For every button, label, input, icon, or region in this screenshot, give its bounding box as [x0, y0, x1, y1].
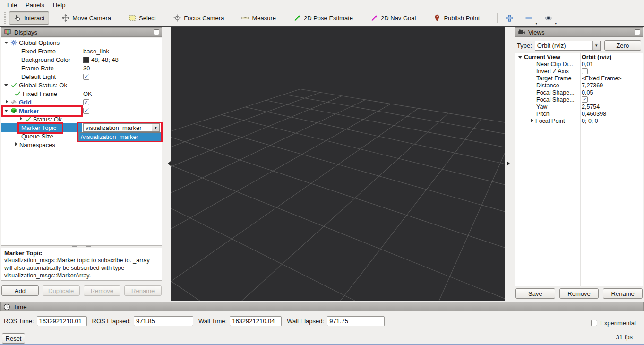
- combo-arrow-icon[interactable]: ▼: [152, 124, 159, 131]
- ros-time-label: ROS Time:: [4, 318, 34, 325]
- time-field-ros-elapsed: ROS Elapsed:: [92, 316, 193, 326]
- displays-panel-header[interactable]: Displays: [1, 27, 162, 37]
- displays-row-fixed-frame[interactable]: Fixed FrameOK: [1, 89, 162, 98]
- toolbar-separator: [497, 13, 498, 23]
- displays-value-cell: [82, 140, 162, 149]
- reset-button[interactable]: Reset: [2, 333, 25, 344]
- value-checkbox[interactable]: ✓: [83, 108, 89, 114]
- views-label-cell: Distance: [515, 82, 580, 89]
- experimental-option[interactable]: Experimental: [591, 319, 636, 327]
- save-button[interactable]: Save: [515, 288, 555, 299]
- views-row-near-clip-di[interactable]: Near Clip Di...0,01: [515, 60, 643, 68]
- ros-time-input[interactable]: [37, 316, 87, 326]
- views-row-invert-z-axis[interactable]: Invert Z Axis: [515, 68, 643, 75]
- value-checkbox[interactable]: ✓: [83, 99, 89, 105]
- expander-down-icon[interactable]: [517, 54, 524, 60]
- views-type-row: Type: Orbit (rviz) ▼ Zero: [515, 40, 643, 51]
- displays-property-name: Marker: [19, 107, 39, 114]
- views-panel-header[interactable]: Views: [515, 27, 643, 37]
- tool-measure[interactable]: Measure: [237, 11, 281, 25]
- displays-row-frame-rate[interactable]: Frame Rate30: [1, 64, 162, 72]
- tool-publish-point[interactable]: Publish Point: [429, 11, 484, 25]
- marker-topic-combo[interactable]: visualization_marker▼: [83, 123, 160, 132]
- menu-panels[interactable]: Panels: [21, 1, 49, 9]
- wall-time-label: Wall Time:: [198, 318, 227, 325]
- views-row-current-view[interactable]: Current ViewOrbit (rviz): [515, 53, 643, 60]
- menu-bar: FilePanelsHelp: [0, 0, 644, 9]
- collapse-right-arrow-icon[interactable]: [507, 161, 512, 166]
- tool-2d-pose-estimate[interactable]: 2D Pose Estimate: [289, 11, 358, 25]
- marker-topic-popup-item[interactable]: /visualization_marker: [79, 133, 161, 141]
- duplicate-button: Duplicate: [43, 285, 80, 296]
- expander-right-icon[interactable]: [17, 116, 24, 122]
- wall-elapsed-input[interactable]: [327, 316, 385, 326]
- select-box-icon: [129, 14, 136, 22]
- displays-float-button[interactable]: [154, 29, 159, 35]
- displays-property-value: 30: [83, 65, 90, 72]
- views-row-yaw[interactable]: Yaw2,5754: [515, 103, 643, 110]
- ros-elapsed-input[interactable]: [134, 316, 193, 326]
- displays-row-global-options[interactable]: Global Options: [1, 38, 162, 47]
- displays-row-default-light[interactable]: Default Light✓: [1, 72, 162, 81]
- value-checkbox[interactable]: ✓: [83, 74, 89, 80]
- collapse-left-arrow-icon[interactable]: [165, 161, 171, 166]
- wall-time-input[interactable]: [230, 316, 282, 326]
- tool-add-tool[interactable]: [502, 12, 517, 24]
- clock-icon: [3, 303, 10, 310]
- expander-down-icon[interactable]: [3, 107, 10, 114]
- views-label-cell: Focal Shape...: [515, 89, 580, 96]
- views-row-focal-shape[interactable]: Focal Shape...0,05: [515, 89, 643, 96]
- displays-row-fixed-frame[interactable]: Fixed Framebase_link: [1, 47, 162, 55]
- move-icon: [62, 14, 69, 22]
- views-row-focal-shape[interactable]: Focal Shape...✓: [515, 96, 643, 103]
- value-checkbox[interactable]: [582, 68, 588, 74]
- displays-row-status-ok[interactable]: Status: Ok: [1, 115, 162, 123]
- expander-right-icon[interactable]: [3, 99, 10, 105]
- experimental-checkbox[interactable]: [591, 320, 597, 326]
- tool-select[interactable]: Select: [124, 11, 161, 25]
- tool-tool-visibility[interactable]: ▾: [541, 12, 556, 24]
- tool-interact[interactable]: Interact: [9, 11, 49, 25]
- displays-row-background-color[interactable]: Background Color48; 48; 48: [1, 55, 162, 64]
- tool-focus-camera[interactable]: Focus Camera: [169, 11, 229, 25]
- views-property-name: Focal Point: [535, 118, 565, 124]
- zero-button[interactable]: Zero: [604, 40, 641, 51]
- marker-topic-value: visualization_marker: [86, 124, 142, 131]
- render-viewport[interactable]: [171, 27, 505, 301]
- menu-help[interactable]: Help: [49, 1, 70, 9]
- menu-file[interactable]: File: [3, 1, 21, 9]
- displays-row-global-status-ok[interactable]: Global Status: Ok: [1, 81, 162, 89]
- views-row-target-frame[interactable]: Target Frame<Fixed Frame>: [515, 75, 643, 82]
- displays-row-grid[interactable]: Grid✓: [1, 98, 162, 106]
- expander-down-icon[interactable]: [3, 82, 10, 88]
- time-panel-header[interactable]: Time: [0, 302, 644, 311]
- expander-right-icon[interactable]: [13, 141, 19, 148]
- displays-property-value: 48; 48; 48: [91, 56, 119, 63]
- tool-2d-nav-goal[interactable]: 2D Nav Goal: [366, 11, 421, 25]
- views-type-combo[interactable]: Orbit (rviz) ▼: [535, 41, 601, 51]
- tool-remove-tool[interactable]: ▾: [522, 12, 536, 24]
- tool-select-label: Select: [139, 15, 156, 22]
- views-row-pitch[interactable]: Pitch0,460398: [515, 110, 643, 117]
- displays-property-name: Marker Topic: [21, 124, 56, 131]
- views-float-button[interactable]: [635, 29, 640, 35]
- views-property-value: 0,460398: [582, 111, 606, 117]
- displays-row-namespaces[interactable]: Namespaces: [1, 140, 162, 149]
- remove-button[interactable]: Remove: [559, 288, 599, 299]
- views-row-focal-point[interactable]: Focal Point0; 0; 0: [515, 117, 643, 124]
- value-checkbox[interactable]: ✓: [582, 96, 588, 103]
- toolbar-grip[interactable]: [4, 12, 6, 24]
- tool-move-camera-label: Move Camera: [72, 15, 111, 22]
- views-panel-title: Views: [528, 29, 544, 36]
- tool-move-camera[interactable]: Move Camera: [57, 11, 116, 25]
- views-row-distance[interactable]: Distance7,27369: [515, 82, 643, 89]
- expander-right-icon[interactable]: [529, 118, 535, 124]
- add-button[interactable]: Add: [1, 285, 39, 296]
- color-swatch[interactable]: [83, 57, 89, 63]
- displays-row-marker[interactable]: Marker✓: [1, 106, 162, 115]
- displays-tree: Global OptionsFixed Framebase_linkBackgr…: [1, 38, 162, 246]
- expander-down-icon[interactable]: [3, 39, 10, 46]
- rename-button[interactable]: Rename: [603, 288, 643, 299]
- displays-property-name: Global Options: [19, 39, 60, 46]
- displays-row-marker-topic[interactable]: Marker Topicvisualization_marker▼: [1, 123, 162, 132]
